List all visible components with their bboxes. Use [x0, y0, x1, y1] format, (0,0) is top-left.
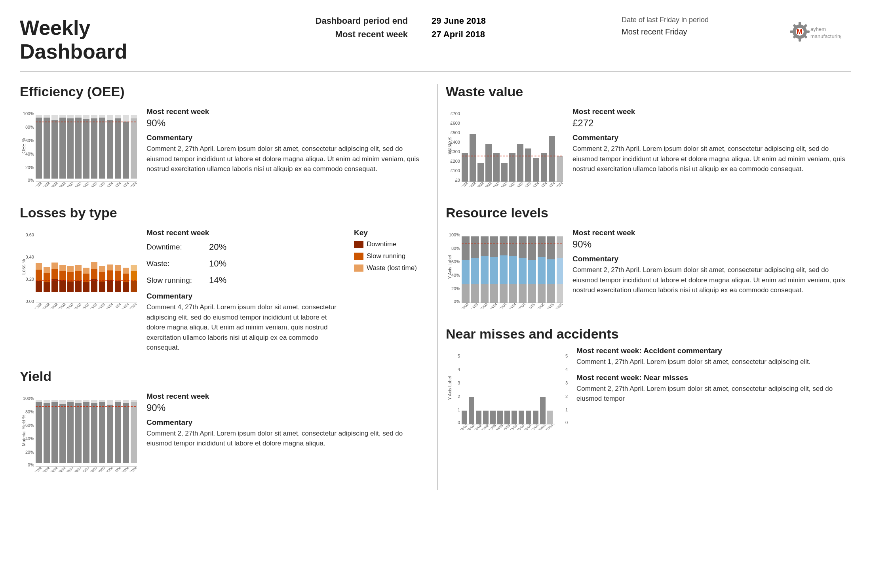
svg-rect-276: [497, 411, 503, 424]
svg-text:23/02: 23/02: [57, 466, 66, 472]
svg-rect-136: [67, 400, 74, 402]
key-waste: Waste (lost time): [354, 264, 425, 272]
svg-text:16/02: 16/02: [49, 302, 58, 308]
yield-chart: Material Yield % 100% 80% 60% 40% 20% 0%: [20, 389, 139, 472]
key-waste-label: Waste (lost time): [367, 264, 417, 272]
losses-slow-value: 14%: [209, 275, 226, 285]
resource-section: Resource levels Y Axis Label 100% 80% 60…: [446, 205, 851, 310]
svg-rect-243: [557, 258, 563, 284]
svg-text:27/04: 27/04: [517, 302, 526, 308]
resource-commentary-label: Commentary: [572, 255, 851, 263]
key-slow: Slow running: [354, 252, 425, 260]
svg-rect-213: [462, 260, 470, 284]
svg-rect-151: [131, 402, 137, 463]
svg-text:06/04: 06/04: [489, 302, 498, 308]
company-logo: M ayhem manufacturing: [782, 16, 841, 48]
losses-section: Losses by type Loss % 0.60 0.40 0.20 0.0…: [20, 205, 425, 353]
svg-rect-225: [500, 255, 508, 284]
svg-rect-129: [44, 403, 50, 463]
svg-rect-75: [59, 280, 66, 292]
key-downtime-label: Downtime: [367, 240, 397, 248]
svg-rect-28: [67, 118, 74, 179]
yield-metric-value: 90%: [146, 402, 425, 413]
svg-rect-127: [36, 402, 42, 463]
svg-rect-81: [75, 281, 82, 292]
svg-rect-130: [44, 400, 50, 403]
svg-text:23/02: 23/02: [57, 181, 66, 187]
waste-commentary-text: Comment 2, 27th April. Lorem ipsum dolor…: [572, 144, 851, 174]
svg-rect-67: [36, 270, 42, 281]
svg-text:30/03: 30/03: [97, 466, 106, 472]
svg-rect-177: [462, 153, 468, 182]
svg-rect-280: [526, 411, 531, 424]
svg-rect-31: [75, 115, 82, 118]
period-end-label: Dashboard period end: [297, 16, 408, 26]
key-slow-color: [354, 253, 363, 260]
svg-rect-71: [44, 267, 50, 273]
svg-text:18/05: 18/05: [536, 302, 545, 308]
resource-metric-value: 90%: [572, 239, 851, 250]
svg-rect-277: [504, 411, 510, 424]
svg-text:16/03: 16/03: [81, 466, 90, 472]
svg-rect-241: [547, 284, 555, 303]
efficiency-metric-value: 90%: [146, 118, 425, 129]
svg-text:Y Axis Label: Y Axis Label: [447, 376, 452, 400]
svg-text:80%: 80%: [451, 246, 460, 251]
svg-rect-282: [540, 397, 546, 424]
losses-slow-name: Slow running:: [146, 276, 206, 285]
waste-metric-label: Most recent week: [572, 107, 851, 116]
svg-rect-141: [91, 403, 97, 463]
svg-rect-212: [462, 236, 470, 260]
svg-text:M: M: [797, 28, 803, 36]
svg-text:16/02: 16/02: [49, 466, 58, 472]
waste-section: Waste value Waste £ £700 £600 £500 £400 …: [446, 84, 851, 189]
svg-rect-142: [91, 400, 97, 403]
recent-week-label: Most recent week: [297, 29, 408, 40]
svg-text:60%: 60%: [25, 423, 34, 428]
accident-commentary-text: Comment 1, 27th April. Lorem ipsum dolor…: [576, 357, 851, 367]
svg-text:09/03: 09/03: [73, 181, 82, 187]
svg-rect-215: [471, 236, 479, 258]
svg-text:60%: 60%: [451, 259, 460, 264]
losses-row-waste: Waste: 10%: [146, 259, 338, 269]
svg-text:23/03: 23/03: [89, 302, 98, 308]
svg-text:0%: 0%: [28, 178, 34, 183]
svg-text:Material Yield %: Material Yield %: [21, 415, 26, 446]
svg-text:5: 5: [458, 354, 460, 358]
losses-commentary-text: Comment 4, 27th April. Lorem ipsum dolor…: [146, 302, 338, 353]
svg-text:16/03: 16/03: [81, 181, 90, 187]
svg-text:40%: 40%: [451, 273, 460, 278]
page-title: Weekly Dashboard: [20, 16, 186, 63]
svg-rect-42: [123, 122, 129, 179]
svg-text:02/03: 02/03: [65, 302, 74, 308]
svg-rect-187: [541, 153, 547, 182]
svg-rect-39: [107, 115, 113, 120]
svg-text:09/02: 09/02: [41, 302, 50, 308]
svg-text:4: 4: [565, 367, 568, 372]
svg-rect-181: [493, 153, 500, 182]
svg-text:25/05: 25/05: [546, 302, 555, 308]
header-right: Date of last Friday in period Most recen…: [622, 16, 772, 36]
svg-text:02/02: 02/02: [33, 181, 42, 187]
svg-rect-98: [115, 265, 121, 271]
svg-rect-229: [509, 284, 517, 303]
losses-downtime-name: Downtime:: [146, 243, 206, 251]
svg-text:16/03: 16/03: [460, 302, 469, 308]
svg-rect-274: [483, 411, 489, 424]
svg-rect-66: [36, 281, 42, 292]
svg-rect-146: [107, 400, 113, 405]
svg-rect-80: [67, 266, 74, 272]
header-center: Dashboard period end 29 June 2018 Most r…: [186, 16, 622, 40]
svg-rect-83: [75, 265, 82, 271]
svg-rect-182: [501, 163, 508, 182]
svg-rect-32: [83, 119, 89, 179]
svg-rect-40: [115, 118, 121, 179]
near-misses-data: Most recent week: Accident commentary Co…: [576, 346, 851, 404]
svg-text:£600: £600: [451, 121, 460, 126]
yield-title: Yield: [20, 369, 425, 384]
svg-text:2: 2: [458, 394, 460, 399]
svg-rect-135: [67, 402, 74, 463]
losses-metric-label: Most recent week: [146, 228, 338, 237]
svg-rect-104: [131, 265, 137, 271]
svg-rect-101: [123, 268, 129, 274]
